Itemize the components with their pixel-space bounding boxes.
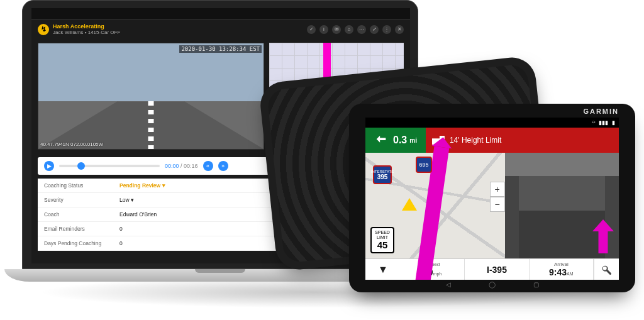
height-warning-banner[interactable]: 14' Height Limit <box>426 128 619 153</box>
event-severity-icon: ↯ <box>38 24 49 35</box>
route-shield-695: 695 <box>416 157 432 173</box>
tools-button[interactable] <box>594 259 619 280</box>
more-button[interactable]: ⋯ <box>357 25 366 34</box>
route-shield-395: INTERSTATE 395 <box>373 165 392 184</box>
forward-camera-view[interactable]: + − <box>505 153 619 258</box>
coaching-field-label: Severity <box>44 197 119 203</box>
zoom-in-button[interactable]: + <box>490 182 505 197</box>
coaching-field-label: Coaching Status <box>44 182 119 189</box>
garmin-nav-screen[interactable]: ⌔ ▮▮▮ ▮ 0.3 mi 14' Height Limit <box>365 118 619 280</box>
nav-footer-home-icon[interactable]: ▼ <box>365 259 401 280</box>
garmin-brand-label: GARMIN <box>583 108 619 115</box>
home-button[interactable]: ⌂ <box>345 25 353 34</box>
time-current: 00:00 <box>165 163 179 169</box>
play-button[interactable]: ▶ <box>44 161 54 171</box>
coaching-field-label: Coach <box>44 211 119 218</box>
event-header: ↯ Harsh Accelerating Jack Williams • 141… <box>31 19 410 39</box>
video-timestamp: 2020-01-30 13:28:34 EST <box>179 45 262 53</box>
turn-instruction[interactable]: 0.3 mi <box>365 128 426 153</box>
current-road[interactable]: I-395 <box>465 259 529 280</box>
event-title: Harsh Accelerating <box>53 23 120 30</box>
signal-icon: ▮▮▮ <box>599 119 608 126</box>
android-recents-button[interactable]: ▢ <box>533 281 539 290</box>
wrench-icon <box>601 264 612 275</box>
android-home-button[interactable]: ◯ <box>489 281 496 290</box>
video-coordinates: 40.47.7941N 072.00.0105W <box>40 141 103 147</box>
scrubber[interactable] <box>59 165 160 167</box>
hazard-icon <box>402 190 417 211</box>
close-button[interactable]: ✕ <box>395 25 404 34</box>
info-button[interactable]: i <box>319 25 328 34</box>
garmin-device: GARMIN ⌔ ▮▮▮ ▮ 0.3 mi 14' Height Limit <box>311 79 638 299</box>
arrival-readout[interactable]: Arrival 9:43AM <box>530 259 594 280</box>
approve-button[interactable]: ✓ <box>307 25 316 34</box>
battery-icon: ▮ <box>612 119 615 126</box>
android-status-bar: ⌔ ▮▮▮ ▮ <box>365 118 619 128</box>
fullscreen-button[interactable]: ⤢ <box>370 25 379 34</box>
speed-limit-sign: SPEED LIMIT 45 <box>370 227 394 253</box>
android-nav-bar: ◁ ◯ ▢ <box>365 281 619 290</box>
event-subtitle: Jack Williams • 1415-Car OFF <box>53 30 120 35</box>
warning-text: 14' Height Limit <box>450 136 501 145</box>
turn-distance: 0.3 <box>393 135 407 146</box>
zoom-out-button[interactable]: − <box>490 197 505 212</box>
nav-map[interactable]: INTERSTATE 395 695 SPEED LIMIT 45 <box>365 153 505 258</box>
coaching-field-label: Email Reminders <box>44 226 119 232</box>
android-back-button[interactable]: ◁ <box>446 281 451 290</box>
coaching-field-label: Days Pending Coaching <box>44 240 119 246</box>
app-titlebar <box>31 8 410 19</box>
event-toolbar: ✓ i ✉ ⌂ ⋯ ⤢ ⋮ ✕ <box>307 25 404 34</box>
turn-left-icon <box>374 133 388 147</box>
nav-footer: ▼ Speed 40mph I-395 Arrival 9:43AM <box>365 258 619 280</box>
prev-button[interactable]: « <box>203 161 213 171</box>
dashcam-video[interactable]: 2020-01-30 13:28:34 EST 40.47.7941N 072.… <box>38 43 264 150</box>
menu-button[interactable]: ⋮ <box>382 25 391 34</box>
time-total: 00:16 <box>184 163 198 169</box>
next-button[interactable]: » <box>218 161 228 171</box>
message-button[interactable]: ✉ <box>332 25 341 34</box>
turn-unit: mi <box>409 137 417 144</box>
wifi-icon: ⌔ <box>592 119 595 126</box>
